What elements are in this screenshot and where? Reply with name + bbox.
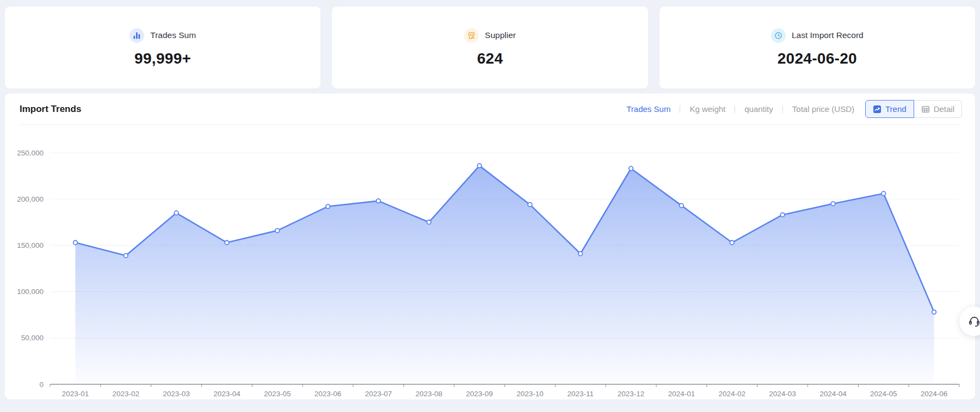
x-axis-label: 2023-07: [365, 390, 392, 398]
x-axis-label: 2024-01: [668, 390, 695, 398]
x-axis-label: 2023-11: [567, 390, 594, 398]
clock-icon: [771, 28, 786, 43]
data-point-marker[interactable]: [629, 166, 633, 171]
import-trends-panel: Import Trends Trades Sum Kg weight quant…: [5, 93, 975, 399]
x-axis-label: 2024-06: [921, 390, 948, 398]
stat-card-last-import: Last Import Record 2024-06-20: [660, 7, 975, 89]
x-axis-label: 2024-05: [870, 390, 897, 398]
y-axis-label: 150,000: [17, 241, 44, 249]
data-point-marker[interactable]: [377, 199, 381, 203]
x-axis-label: 2023-03: [163, 390, 190, 398]
data-point-marker[interactable]: [831, 202, 835, 206]
x-axis-label: 2023-09: [466, 390, 493, 398]
x-axis-label: 2023-10: [516, 390, 544, 398]
x-axis-label: 2023-05: [264, 390, 291, 398]
data-point-marker[interactable]: [730, 240, 734, 245]
y-axis-label: 100,000: [17, 288, 44, 296]
data-point-marker[interactable]: [174, 211, 178, 215]
x-axis-label: 2024-03: [769, 390, 796, 398]
x-axis-label: 2024-04: [819, 390, 847, 398]
data-point-marker[interactable]: [73, 240, 78, 245]
stat-value: 624: [477, 50, 503, 67]
x-axis-label: 2023-01: [62, 390, 89, 398]
stat-card-supplier: Supplier 624: [332, 7, 648, 89]
stat-cards-row: Trades Sum 99,999+ Supplier 624: [5, 7, 975, 89]
data-point-marker[interactable]: [124, 253, 128, 258]
y-axis-label: 50,000: [21, 334, 44, 342]
y-axis-label: 0: [39, 380, 44, 389]
data-point-marker[interactable]: [477, 164, 482, 168]
data-point-marker[interactable]: [578, 252, 583, 256]
stat-value: 2024-06-20: [778, 50, 857, 67]
x-axis-label: 2023-12: [618, 390, 645, 398]
data-point-marker[interactable]: [225, 240, 229, 245]
stat-label: Trades Sum: [150, 30, 196, 40]
x-axis-label: 2023-06: [315, 390, 342, 398]
y-axis-label: 250,000: [17, 149, 44, 157]
storefront-icon: [464, 28, 479, 43]
trend-area-chart[interactable]: 050,000100,000150,000200,000250,0002023-…: [5, 93, 975, 399]
data-point-marker[interactable]: [780, 213, 785, 217]
data-point-marker[interactable]: [882, 191, 886, 196]
bar-chart-icon: [130, 28, 144, 43]
data-point-marker[interactable]: [932, 310, 936, 314]
stat-value: 99,999+: [134, 50, 191, 67]
x-axis-label: 2023-02: [112, 390, 139, 398]
x-axis-label: 2023-08: [415, 390, 442, 398]
data-point-marker[interactable]: [326, 204, 330, 209]
headset-icon: [967, 315, 980, 328]
x-axis-label: 2023-04: [213, 390, 241, 398]
x-axis-label: 2024-02: [718, 390, 745, 398]
stat-label: Last Import Record: [792, 30, 864, 40]
data-point-marker[interactable]: [528, 203, 532, 207]
data-point-marker[interactable]: [680, 203, 684, 208]
data-point-marker[interactable]: [275, 228, 280, 233]
data-point-marker[interactable]: [427, 220, 431, 224]
stat-label: Supplier: [485, 30, 516, 40]
area-fill: [75, 166, 934, 384]
stat-card-trades-sum: Trades Sum 99,999+: [5, 7, 320, 89]
y-axis-label: 200,000: [17, 195, 44, 203]
